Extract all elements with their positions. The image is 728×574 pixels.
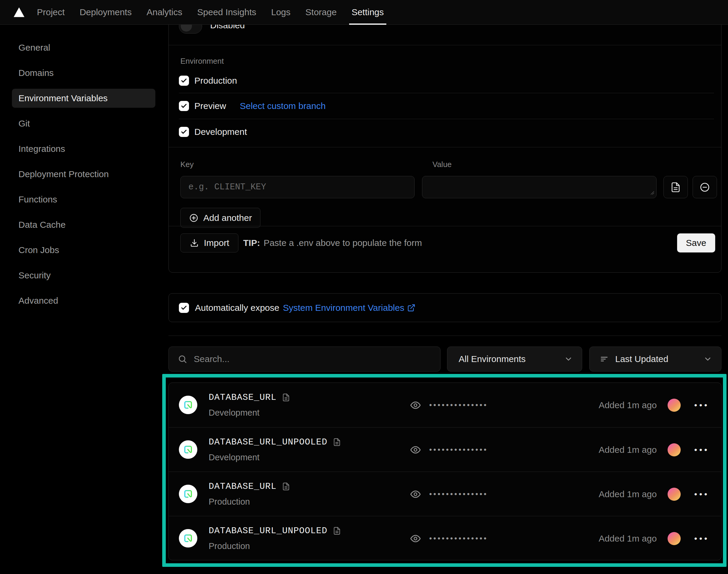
nav-tab-deployments[interactable]: Deployments (80, 0, 132, 25)
user-avatar (668, 488, 681, 501)
divider (169, 45, 721, 45)
sort-value: Last Updated (615, 354, 697, 364)
masked-value: •••••••••••••• (429, 534, 488, 543)
tip-text: TIP: Paste a .env above to populate the … (243, 234, 422, 252)
system-env-variables-link[interactable]: System Environment Variables (283, 303, 416, 313)
tip-body: Paste a .env above to populate the form (264, 238, 422, 248)
development-label: Development (195, 127, 247, 137)
masked-value: •••••••••••••• (429, 489, 488, 499)
divider (168, 335, 722, 336)
neon-integration-icon (179, 396, 197, 414)
nav-tab-storage[interactable]: Storage (305, 0, 337, 25)
sidebar-item-integrations[interactable]: Integrations (12, 139, 155, 158)
user-avatar (668, 532, 681, 545)
divider (179, 119, 714, 119)
system-env-variables-link-label: System Environment Variables (283, 303, 404, 313)
tip-label: TIP: (243, 238, 260, 248)
nav-tab-settings[interactable]: Settings (351, 0, 384, 25)
sort-icon (600, 355, 609, 364)
search-input[interactable] (194, 354, 440, 364)
env-variables-list: DATABASE_URL Development •••••••••••••• … (168, 382, 722, 560)
reveal-value-eye-icon[interactable] (410, 444, 421, 456)
sidebar-item-environment-variables[interactable]: Environment Variables (12, 89, 155, 108)
environments-filter-dropdown[interactable]: All Environments (447, 346, 582, 372)
env-var-row: DATABASE_URL Production •••••••••••••• A… (169, 472, 721, 516)
value-label: Value (432, 160, 452, 169)
nav-tab-analytics[interactable]: Analytics (146, 0, 182, 25)
preview-label: Preview (195, 101, 226, 111)
value-input[interactable] (422, 176, 656, 198)
production-label: Production (195, 76, 237, 86)
expose-checkbox[interactable] (179, 303, 189, 313)
vercel-logo-icon[interactable] (13, 7, 25, 17)
sidebar-item-domains[interactable]: Domains (12, 64, 155, 82)
nav-tab-project[interactable]: Project (37, 0, 65, 25)
row-actions-menu[interactable]: ••• (694, 489, 709, 499)
key-input[interactable] (180, 176, 415, 198)
note-icon (282, 393, 290, 402)
sidebar-item-functions[interactable]: Functions (12, 190, 155, 209)
row-actions-menu[interactable]: ••• (694, 401, 709, 410)
env-var-environment: Development (209, 408, 260, 418)
sidebar-item-cron-jobs[interactable]: Cron Jobs (12, 241, 155, 259)
import-label: Import (204, 238, 229, 248)
nav-tab-logs[interactable]: Logs (271, 0, 291, 25)
neon-integration-icon (179, 529, 197, 547)
divider (179, 93, 714, 93)
production-checkbox[interactable] (179, 76, 189, 86)
row-actions-menu[interactable]: ••• (694, 445, 709, 455)
sidebar-item-general[interactable]: General (12, 38, 155, 57)
note-icon (282, 482, 290, 491)
chevron-down-icon (564, 355, 573, 364)
env-var-row: DATABASE_URL_UNPOOLED Production •••••••… (169, 516, 721, 560)
sidebar-item-security[interactable]: Security (12, 266, 155, 285)
preview-checkbox[interactable] (179, 101, 189, 111)
development-checkbox[interactable] (179, 127, 189, 137)
sidebar-item-git[interactable]: Git (12, 114, 155, 133)
masked-value: •••••••••••••• (429, 445, 488, 454)
divider (169, 147, 721, 148)
download-icon (189, 238, 199, 248)
masked-value: •••••••••••••• (429, 401, 488, 410)
added-timestamp: Added 1m ago (599, 534, 656, 544)
plus-circle-icon (189, 213, 199, 223)
environment-option-development: Development (179, 127, 247, 137)
neon-integration-icon (179, 440, 197, 459)
remove-row-button[interactable] (693, 176, 717, 198)
search-container (168, 346, 440, 372)
added-timestamp: Added 1m ago (599, 400, 656, 410)
neon-integration-icon (179, 485, 197, 503)
note-icon (333, 527, 341, 535)
import-button[interactable]: Import (180, 234, 239, 252)
expose-system-env-card: Automatically expose System Environment … (168, 293, 722, 322)
sidebar-item-deployment-protection[interactable]: Deployment Protection (12, 165, 155, 184)
top-navbar: Project Deployments Analytics Speed Insi… (0, 0, 728, 25)
row-actions-menu[interactable]: ••• (694, 534, 709, 543)
environment-heading: Environment (180, 56, 224, 66)
env-var-environment: Development (209, 453, 260, 462)
env-var-environment: Production (209, 541, 250, 551)
env-var-environment: Production (209, 497, 250, 507)
save-button[interactable]: Save (677, 234, 715, 252)
form-footer: Import TIP: Paste a .env above to popula… (169, 226, 721, 273)
nav-tab-speed-insights[interactable]: Speed Insights (197, 0, 256, 25)
env-var-row: DATABASE_URL Development •••••••••••••• … (169, 383, 721, 427)
add-another-button[interactable]: Add another (180, 208, 260, 228)
env-var-name: DATABASE_URL_UNPOOLED (209, 526, 328, 536)
sort-dropdown[interactable]: Last Updated (589, 346, 722, 372)
resize-handle-icon[interactable] (650, 190, 654, 196)
added-timestamp: Added 1m ago (599, 489, 656, 499)
sidebar-item-advanced[interactable]: Advanced (12, 291, 155, 310)
reveal-value-eye-icon[interactable] (410, 488, 421, 500)
environment-variables-settings-page: Project Deployments Analytics Speed Insi… (0, 0, 728, 574)
key-label: Key (180, 160, 194, 169)
reveal-value-eye-icon[interactable] (410, 399, 421, 411)
external-link-icon (407, 304, 416, 312)
select-custom-branch-link[interactable]: Select custom branch (240, 101, 326, 111)
search-icon (178, 354, 187, 364)
reveal-value-eye-icon[interactable] (410, 533, 421, 544)
environment-option-preview: Preview Select custom branch (179, 101, 326, 111)
sidebar-item-data-cache[interactable]: Data Cache (12, 215, 155, 234)
add-another-label: Add another (203, 213, 252, 223)
paste-env-file-button[interactable] (663, 176, 688, 198)
